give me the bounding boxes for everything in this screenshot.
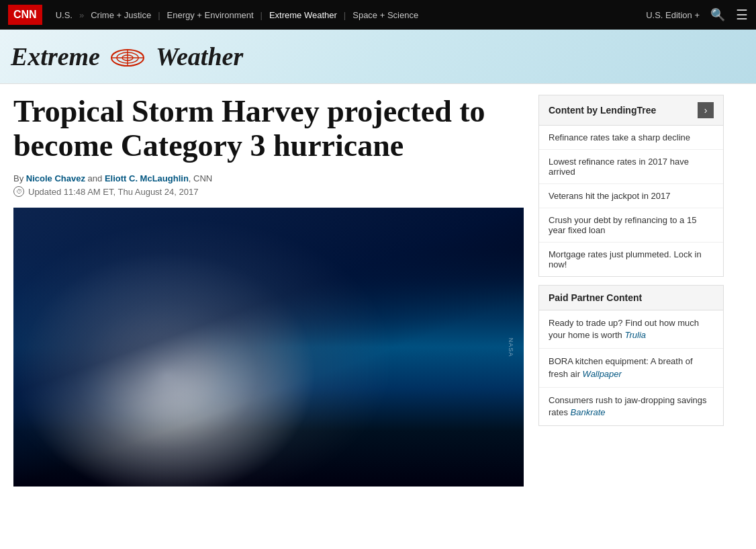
clock-icon: ⏱: [13, 186, 24, 197]
top-navigation: CNN U.S. » Crime + Justice | Energy + En…: [0, 0, 756, 30]
lending-link-5[interactable]: Mortgage rates just plummeted. Lock in n…: [539, 243, 723, 276]
author-suffix: , CNN: [189, 173, 212, 183]
section-title-part2: Weather: [156, 42, 243, 71]
author2-link[interactable]: Eliott C. McLaughlin: [105, 173, 189, 183]
hurricane-image: NASA: [13, 208, 524, 487]
nav-sep-1: |: [158, 10, 160, 20]
article-headline: Tropical Storm Harvey projected to becom…: [13, 95, 517, 163]
nav-breadcrumb-arrow: »: [79, 10, 84, 20]
sidebar-area: Content by LendingTree › Refinance rates…: [530, 84, 732, 497]
nav-weather-link[interactable]: Extreme Weather: [264, 10, 342, 20]
timestamp-text: Updated 11:48 AM ET, Thu August 24, 2017: [28, 187, 198, 197]
lending-link-4[interactable]: Crush your debt by refinancing to a 15 y…: [539, 208, 723, 243]
paid-partner-header: Paid Partner Content: [539, 286, 723, 310]
nav-left: CNN U.S. » Crime + Justice | Energy + En…: [8, 5, 424, 25]
paid-partner-box: Paid Partner Content Ready to trade up? …: [538, 285, 724, 426]
main-content: Tropical Storm Harvey projected to becom…: [0, 84, 756, 497]
nasa-watermark: NASA: [508, 337, 515, 357]
nav-us-link[interactable]: U.S.: [50, 10, 78, 20]
search-icon[interactable]: 🔍: [710, 7, 725, 22]
lending-tree-header: Content by LendingTree ›: [539, 95, 723, 126]
byline-prefix: By: [13, 173, 23, 183]
section-title-part1: Extreme: [11, 42, 100, 71]
nav-crime-link[interactable]: Crime + Justice: [85, 10, 156, 20]
edition-label[interactable]: U.S. Edition +: [646, 10, 700, 20]
nav-links: U.S. » Crime + Justice | Energy + Enviro…: [50, 10, 424, 20]
nav-sep-2: |: [261, 10, 263, 20]
nav-right: U.S. Edition + 🔍 ☰: [646, 7, 748, 23]
nav-space-link[interactable]: Space + Science: [347, 10, 424, 20]
section-title: Extreme Weather: [11, 42, 745, 71]
menu-icon[interactable]: ☰: [736, 7, 748, 23]
lending-link-1[interactable]: Refinance rates take a sharp decline: [539, 126, 723, 150]
article-timestamp: ⏱ Updated 11:48 AM ET, Thu August 24, 20…: [13, 186, 517, 197]
paid-link-2-source[interactable]: Wallpaper: [583, 369, 622, 379]
paid-link-1-source[interactable]: Trulia: [624, 330, 646, 340]
paid-partner-title: Paid Partner Content: [549, 292, 642, 303]
nav-sep-3: |: [344, 10, 346, 20]
paid-link-3-source[interactable]: Bankrate: [571, 407, 606, 417]
radar-icon: [109, 46, 146, 67]
lending-tree-box: Content by LendingTree › Refinance rates…: [538, 95, 724, 277]
lending-link-2[interactable]: Lowest refinance rates in 2017 have arri…: [539, 150, 723, 184]
paid-link-3[interactable]: Consumers rush to jaw-dropping savings r…: [539, 388, 723, 425]
paid-link-1[interactable]: Ready to trade up? Find out how much you…: [539, 310, 723, 349]
lending-tree-title: Content by LendingTree: [549, 105, 656, 116]
article-area: Tropical Storm Harvey projected to becom…: [0, 84, 530, 497]
cnn-logo[interactable]: CNN: [8, 5, 42, 25]
byline-and: and: [88, 173, 105, 183]
lending-tree-arrow[interactable]: ›: [698, 102, 714, 118]
section-header: Extreme Weather: [0, 30, 756, 84]
article-image-container: NASA: [13, 208, 517, 487]
paid-link-2[interactable]: BORA kitchen equipment: A breath of fres…: [539, 349, 723, 387]
author1-link[interactable]: Nicole Chavez: [26, 173, 85, 183]
lending-link-3[interactable]: Veterans hit the jackpot in 2017: [539, 184, 723, 208]
nav-energy-link[interactable]: Energy + Environment: [162, 10, 259, 20]
article-byline: By Nicole Chavez and Eliott C. McLaughli…: [13, 173, 517, 183]
